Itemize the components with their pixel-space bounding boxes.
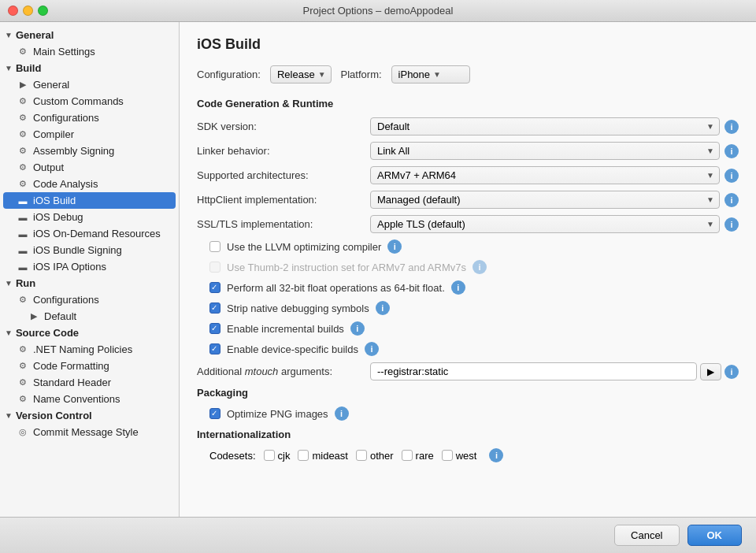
linker-behavior-select[interactable]: Link All ▼ (370, 142, 720, 160)
sidebar-item-main-settings[interactable]: ⚙ Main Settings (0, 43, 179, 60)
codeset-info-icon[interactable]: i (489, 448, 503, 462)
arch-info-icon[interactable]: i (724, 169, 739, 183)
strip-info-icon[interactable]: i (376, 301, 390, 315)
llvm-info-icon[interactable]: i (387, 239, 402, 254)
sidebar-item-net-naming[interactable]: ⚙ .NET Naming Policies (0, 341, 179, 358)
thumb2-checkbox[interactable] (209, 262, 220, 273)
sidebar-item-label: Custom Commands (33, 95, 124, 107)
supported-arch-select[interactable]: ARMv7 + ARM64 ▼ (370, 166, 720, 184)
mtouch-row: Additional mtouch arguments: ▶ i (197, 362, 739, 380)
sidebar-item-general-build[interactable]: ▶ General (0, 76, 179, 93)
sdk-version-label: SDK version: (197, 121, 370, 132)
codeset-west[interactable]: west (442, 450, 477, 462)
mtouch-info-icon[interactable]: i (724, 365, 739, 379)
chevron-down-icon: ▼ (318, 70, 326, 79)
sidebar-item-code-formatting[interactable]: ⚙ Code Formatting (0, 358, 179, 374)
sidebar-item-custom-commands[interactable]: ⚙ Custom Commands (0, 93, 179, 109)
float64-checkbox[interactable] (209, 282, 220, 293)
codeset-cjk[interactable]: cjk (264, 450, 291, 462)
bottom-bar: Cancel OK (0, 517, 756, 553)
sdk-version-info-icon[interactable]: i (724, 120, 739, 134)
incremental-checkbox[interactable] (209, 323, 220, 334)
codeset-mideast-checkbox[interactable] (298, 450, 309, 461)
sidebar-section-general[interactable]: ▼ General (0, 27, 179, 43)
sidebar-item-label: General (33, 79, 69, 91)
sidebar-item-label: Assembly Signing (33, 145, 114, 157)
float64-info-icon[interactable]: i (451, 280, 465, 295)
codeset-other-checkbox[interactable] (356, 450, 367, 461)
platform-select[interactable]: iPhone ▼ (391, 65, 470, 84)
sidebar-item-commit-message[interactable]: ◎ Commit Message Style (0, 424, 179, 440)
ssl-label: SSL/TLS implementation: (197, 218, 370, 230)
gear-icon: ⚙ (17, 46, 28, 57)
mtouch-input[interactable] (370, 362, 697, 380)
sidebar-item-label: iOS Debug (33, 211, 83, 223)
sdk-version-select[interactable]: Default ▼ (370, 117, 720, 135)
codeset-rare[interactable]: rare (402, 450, 434, 462)
chevron-down-icon: ▼ (706, 220, 714, 228)
sidebar-item-label: Main Settings (33, 46, 95, 58)
sidebar-item-standard-header[interactable]: ⚙ Standard Header (0, 374, 179, 391)
device-specific-checkbox-row: Enable device-specific builds i (197, 342, 739, 356)
ok-button[interactable]: OK (687, 525, 743, 546)
codeset-cjk-label: cjk (278, 450, 291, 462)
minimize-button[interactable] (23, 6, 33, 16)
optimize-png-checkbox[interactable] (209, 408, 220, 419)
codeset-cjk-checkbox[interactable] (264, 450, 275, 461)
sidebar-item-compiler[interactable]: ⚙ Compiler (0, 126, 179, 143)
sidebar-item-ios-ondemand[interactable]: ▬ iOS On-Demand Resources (0, 225, 179, 242)
platform-label: Platform: (341, 69, 382, 80)
httpclient-select[interactable]: Managed (default) ▼ (370, 191, 720, 209)
device-specific-checkbox-label: Enable device-specific builds (227, 343, 358, 355)
gear-icon: ⚙ (17, 146, 28, 156)
close-button[interactable] (8, 6, 18, 16)
codeset-west-checkbox[interactable] (442, 450, 453, 461)
sidebar-section-run[interactable]: ▼ Run (0, 275, 179, 291)
llvm-checkbox-label: Use the LLVM optimizing compiler (227, 241, 381, 253)
thumb2-info-icon[interactable]: i (472, 260, 487, 274)
packaging-section-header: Packaging (197, 387, 739, 399)
float64-checkbox-row: Perform all 32-bit float operations as 6… (197, 280, 739, 295)
sidebar-item-ios-debug[interactable]: ▬ iOS Debug (0, 209, 179, 225)
optimize-png-info-icon[interactable]: i (335, 406, 349, 421)
sidebar-section-run-label: Run (16, 277, 35, 289)
sidebar-section-build-label: Build (16, 62, 42, 74)
ssl-select[interactable]: Apple TLS (default) ▼ (370, 215, 720, 233)
sidebar-item-assembly-signing[interactable]: ⚙ Assembly Signing (0, 143, 179, 159)
sidebar-section-general-label: General (16, 29, 54, 41)
sidebar-section-build[interactable]: ▼ Build (0, 60, 179, 76)
codeset-other[interactable]: other (356, 450, 394, 462)
sidebar-item-run-default[interactable]: ▶ Default (0, 308, 179, 325)
configuration-select[interactable]: Release ▼ (270, 65, 332, 84)
linker-info-icon[interactable]: i (724, 144, 739, 158)
sidebar-item-ios-ipa-options[interactable]: ▬ iOS IPA Options (0, 258, 179, 275)
window-controls[interactable] (8, 6, 48, 16)
codeset-mideast[interactable]: mideast (298, 450, 348, 462)
sidebar-section-source-code-label: Source Code (16, 327, 79, 339)
maximize-button[interactable] (38, 6, 48, 16)
sidebar-section-version-control[interactable]: ▼ Version Control (0, 407, 179, 424)
sidebar-item-name-conventions[interactable]: ⚙ Name Conventions (0, 391, 179, 407)
strip-debug-checkbox[interactable] (209, 302, 220, 314)
device-specific-info-icon[interactable]: i (365, 342, 379, 356)
ssl-info-icon[interactable]: i (724, 217, 739, 232)
sidebar-item-run-configurations[interactable]: ⚙ Configurations (0, 291, 179, 308)
mtouch-expand-button[interactable]: ▶ (700, 363, 721, 380)
circle-gear-icon: ◎ (17, 427, 28, 437)
optimize-png-row: Optimize PNG images i (197, 406, 739, 421)
sidebar-item-code-analysis[interactable]: ⚙ Code Analysis (0, 176, 179, 192)
sidebar-section-vc-label: Version Control (16, 410, 92, 421)
sidebar-item-configurations[interactable]: ⚙ Configurations (0, 109, 179, 126)
sidebar-item-output[interactable]: ⚙ Output (0, 159, 179, 176)
sidebar-item-ios-build[interactable]: ▬ iOS Build (3, 192, 176, 209)
sidebar-item-label: Code Analysis (33, 178, 98, 190)
llvm-checkbox[interactable] (209, 241, 220, 252)
device-specific-checkbox[interactable] (209, 343, 220, 354)
codeset-rare-checkbox[interactable] (402, 450, 413, 461)
httpclient-info-icon[interactable]: i (724, 193, 739, 207)
incremental-info-icon[interactable]: i (350, 321, 365, 336)
cancel-button[interactable]: Cancel (614, 525, 679, 546)
sidebar-item-ios-bundle-signing[interactable]: ▬ iOS Bundle Signing (0, 242, 179, 258)
sidebar-item-label: iOS On-Demand Resources (33, 228, 161, 239)
sidebar-section-source-code[interactable]: ▼ Source Code (0, 325, 179, 341)
